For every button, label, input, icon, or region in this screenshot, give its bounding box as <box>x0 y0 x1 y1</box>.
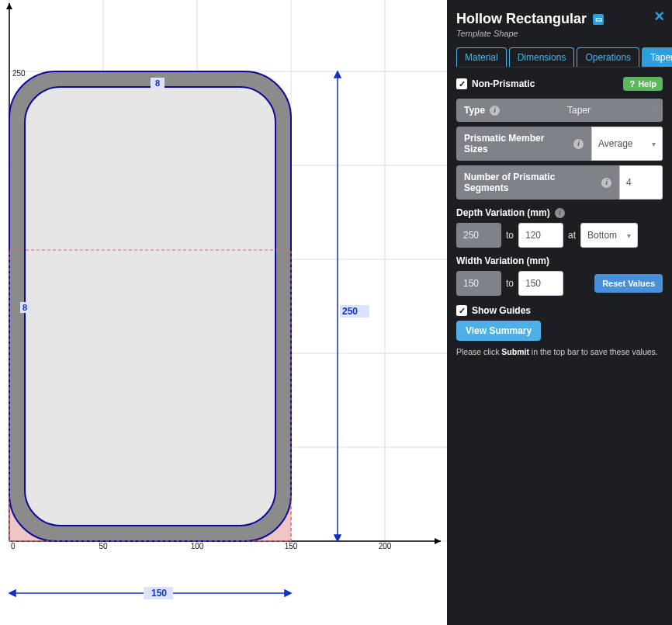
info-icon[interactable]: i <box>490 106 500 116</box>
info-icon[interactable]: i <box>573 139 584 149</box>
x-tick-2: 100 <box>191 542 204 550</box>
svg-text:150: 150 <box>151 588 167 599</box>
non-prismatic-checkbox[interactable]: ✓ <box>456 78 467 89</box>
type-select[interactable]: Taper <box>560 99 663 122</box>
segments-label: Number of Prismatic Segments i <box>456 165 619 200</box>
at-label: at <box>568 230 576 241</box>
close-icon[interactable]: × <box>654 8 664 25</box>
to-label: to <box>506 278 514 289</box>
x-tick-3: 150 <box>285 542 298 550</box>
svg-marker-26 <box>9 590 16 596</box>
svg-marker-15 <box>6 3 12 9</box>
tab-taper[interactable]: Taper <box>642 47 672 67</box>
tab-dimensions[interactable]: Dimensions <box>509 47 575 67</box>
width-to-input[interactable]: 150 <box>518 271 563 296</box>
submit-hint: Please click Submit in the top bar to sa… <box>456 347 663 356</box>
svg-text:8: 8 <box>23 303 27 312</box>
reset-values-button[interactable]: Reset Values <box>594 274 663 293</box>
view-summary-button[interactable]: View Summary <box>456 321 541 341</box>
properties-panel: × Hollow Rectangular ▭ Template Shape Ma… <box>447 0 672 625</box>
section-canvas[interactable]: 0 50 100 150 200 50 100 150 200 250 <box>0 0 447 625</box>
svg-marker-13 <box>435 538 441 544</box>
dim-width: 150 <box>9 587 291 599</box>
width-from-input: 150 <box>456 271 501 296</box>
panel-subtitle: Template Shape <box>456 29 663 38</box>
show-guides-checkbox[interactable]: ✓ <box>456 305 467 316</box>
tab-operations[interactable]: Operations <box>577 47 639 67</box>
width-variation-label: Width Variation (mm) <box>456 255 663 266</box>
depth-to-input[interactable]: 120 <box>518 223 563 248</box>
tab-material[interactable]: Material <box>456 47 507 67</box>
info-icon[interactable]: i <box>555 208 565 218</box>
svg-marker-22 <box>334 535 341 541</box>
prismatic-sizes-label: Prismatic Member Sizes i <box>456 127 591 161</box>
non-prismatic-label: Non-Prismatic <box>472 78 535 89</box>
info-icon[interactable]: i <box>601 178 611 188</box>
x-tick-0: 0 <box>11 542 16 550</box>
to-label: to <box>506 230 514 241</box>
x-tick-4: 200 <box>379 542 392 550</box>
dim-height: 250 <box>334 71 369 541</box>
tabs: Material Dimensions Operations Taper <box>456 47 663 68</box>
panel-title: Hollow Rectangular ▭ <box>456 11 663 27</box>
show-guides-label: Show Guides <box>472 305 531 316</box>
shape-icon: ▭ <box>593 14 604 25</box>
cross-section <box>9 71 291 541</box>
depth-variation-label: Depth Variation (mm) i <box>456 207 663 218</box>
svg-text:250: 250 <box>342 306 358 317</box>
help-button[interactable]: ? Help <box>623 77 663 91</box>
y-tick-5: 250 <box>12 69 26 78</box>
svg-text:8: 8 <box>155 78 160 88</box>
svg-rect-18 <box>25 87 275 526</box>
depth-from-input: 250 <box>456 223 501 248</box>
question-icon: ? <box>629 79 635 89</box>
svg-marker-27 <box>285 590 291 596</box>
type-label: Type i <box>456 99 560 122</box>
x-tick-1: 50 <box>99 542 108 550</box>
depth-at-select[interactable]: Bottom <box>580 223 638 248</box>
svg-marker-21 <box>334 71 341 78</box>
prismatic-sizes-select[interactable]: Average <box>591 127 663 161</box>
segments-input[interactable]: 4 <box>619 165 663 200</box>
